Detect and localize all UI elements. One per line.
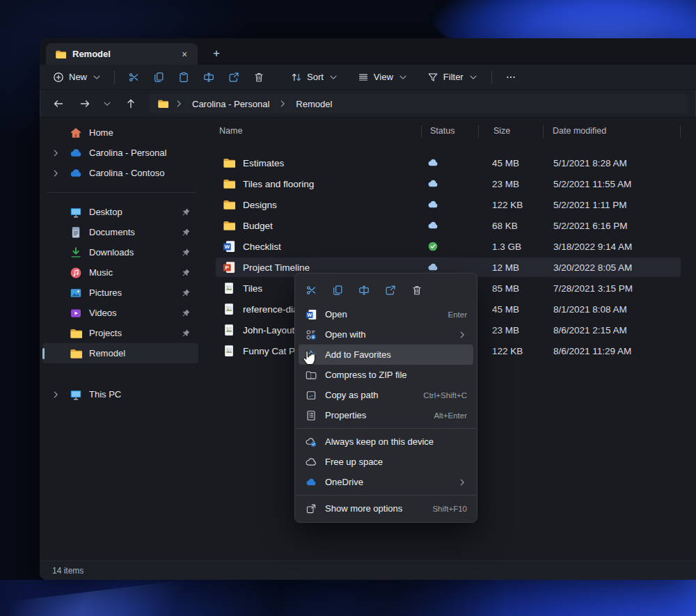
table-row[interactable]: Budget 68 KB 5/2/2021 6:16 PM	[203, 215, 696, 236]
tab-remodel[interactable]: Remodel ×	[46, 43, 198, 65]
back-button[interactable]	[48, 94, 69, 113]
arrow-right-icon	[79, 98, 90, 109]
sidebar-label: Desktop	[89, 207, 181, 217]
pin-icon	[181, 329, 191, 338]
column-divider[interactable]	[421, 125, 422, 138]
column-divider[interactable]	[478, 125, 479, 138]
column-divider[interactable]	[543, 125, 544, 138]
menu-item-free-up-space[interactable]: Free up space	[299, 452, 473, 472]
delete-button[interactable]	[246, 68, 271, 87]
share-button[interactable]	[377, 280, 404, 301]
sidebar-label: Carolina - Contoso	[89, 168, 198, 178]
copy-button[interactable]	[146, 68, 171, 87]
address-bar: Carolina - Personal Remodel	[40, 90, 696, 118]
rename-icon	[358, 285, 370, 296]
sidebar-item-music[interactable]: Music	[42, 262, 198, 283]
chevron-right-icon[interactable]	[51, 168, 61, 178]
table-row[interactable]: Checklist 1.3 GB 3/18/2022 9:14 AM	[203, 236, 696, 257]
filter-label: Filter	[443, 72, 464, 82]
filter-button[interactable]: Filter	[420, 68, 485, 87]
new-button[interactable]: New	[47, 68, 108, 87]
close-tab-icon[interactable]: ×	[177, 47, 192, 62]
sidebar-label: Documents	[89, 227, 181, 237]
sort-button[interactable]: Sort	[284, 68, 345, 87]
menu-item-open-with[interactable]: Open with	[299, 324, 473, 345]
file-size: 45 MB	[492, 299, 519, 319]
rename-button[interactable]	[196, 68, 221, 87]
menu-item-add-to-favorites[interactable]: Add to Favorites	[299, 345, 473, 365]
sidebar-item-this-pc[interactable]: This PC	[42, 384, 198, 404]
file-date: 3/20/2022 8:05 AM	[553, 257, 632, 278]
chevron-right-icon[interactable]	[51, 148, 61, 158]
synced-status-icon	[426, 236, 440, 257]
sidebar-item-onedrive-contoso[interactable]: Carolina - Contoso	[42, 163, 198, 183]
delete-button[interactable]	[404, 280, 430, 301]
sidebar-item-projects[interactable]: Projects	[42, 323, 198, 343]
onedrive-icon	[70, 167, 82, 180]
recent-locations-button[interactable]	[100, 94, 115, 113]
onedrive-icon	[306, 477, 317, 488]
copy-button[interactable]	[324, 280, 351, 301]
menu-item-show-more-options[interactable]: Show more options Shift+F10	[299, 498, 473, 519]
delete-icon	[411, 285, 422, 296]
paste-button[interactable]	[171, 68, 196, 87]
see-more-button[interactable]	[498, 68, 523, 87]
share-button[interactable]	[221, 68, 246, 87]
toolbar-separator	[114, 70, 115, 84]
menu-item-always-keep[interactable]: Always keep on this device	[299, 432, 473, 452]
menu-item-copy-as-path[interactable]: Copy as path Ctrl+Shift+C	[299, 385, 473, 405]
up-button[interactable]	[120, 94, 141, 113]
table-row[interactable]: Tiles and flooring 23 MB 5/2/2021 11:55 …	[203, 173, 696, 194]
column-header-size[interactable]: Size	[493, 126, 510, 136]
file-date: 5/2/2021 6:16 PM	[553, 215, 628, 236]
file-size: 68 KB	[492, 215, 518, 236]
copy-icon	[153, 72, 164, 83]
column-header-name[interactable]: Name	[219, 126, 242, 136]
menu-divider	[296, 428, 476, 429]
column-header-status[interactable]: Status	[430, 126, 454, 136]
menu-item-onedrive[interactable]: OneDrive	[299, 472, 473, 492]
menu-item-open[interactable]: Open Enter	[299, 304, 473, 324]
chevron-right-icon	[174, 99, 184, 109]
rename-button[interactable]	[351, 280, 377, 301]
menu-item-properties[interactable]: Properties Alt+Enter	[299, 405, 473, 425]
image-file-icon	[223, 282, 235, 294]
menu-item-label: Compress to ZIP file	[325, 370, 467, 380]
table-row[interactable]: Designs 122 KB 5/2/2021 1:11 PM	[203, 194, 696, 215]
folder-icon	[223, 198, 235, 211]
column-divider[interactable]	[680, 125, 681, 138]
sidebar-label: Pictures	[89, 287, 181, 298]
sidebar-item-pictures[interactable]: Pictures	[42, 283, 198, 303]
menu-item-compress-zip[interactable]: Compress to ZIP file	[299, 365, 473, 385]
breadcrumb[interactable]: Carolina - Personal Remodel	[150, 94, 688, 113]
forward-button[interactable]	[74, 94, 95, 113]
file-size: 122 KB	[492, 194, 523, 215]
column-header-date[interactable]: Date modified	[553, 126, 606, 136]
sidebar-item-home[interactable]: Home	[42, 123, 198, 143]
sidebar-item-desktop[interactable]: Desktop	[42, 202, 198, 222]
sidebar-item-documents[interactable]: Documents	[42, 222, 198, 242]
sidebar-label: Projects	[89, 328, 181, 338]
table-row[interactable]: Estimates 45 MB 5/1/2021 8:28 AM	[203, 152, 696, 173]
sidebar-item-onedrive-personal[interactable]: Carolina - Personal	[42, 143, 198, 163]
sidebar-item-downloads[interactable]: Downloads	[42, 242, 198, 262]
breadcrumb-root[interactable]: Carolina - Personal	[189, 97, 272, 111]
chevron-right-icon[interactable]	[51, 390, 61, 400]
cloud-status-icon	[426, 194, 440, 215]
menu-shortcut: Shift+F10	[432, 505, 467, 513]
pin-icon	[181, 228, 191, 237]
menu-item-label: Copy as path	[325, 390, 415, 400]
sidebar-item-remodel[interactable]: Remodel	[42, 343, 198, 363]
file-date: 7/28/2021 3:15 PM	[553, 278, 633, 299]
file-date: 3/18/2022 9:14 AM	[553, 236, 632, 257]
cut-button[interactable]	[298, 280, 324, 301]
file-date: 5/2/2021 11:55 AM	[553, 173, 631, 194]
new-tab-button[interactable]: +	[207, 45, 226, 63]
cut-button[interactable]	[121, 68, 146, 87]
sidebar-item-videos[interactable]: Videos	[42, 303, 198, 323]
view-button[interactable]: View	[351, 68, 415, 87]
arrow-up-icon	[125, 98, 136, 109]
menu-item-label: Open with	[325, 329, 449, 340]
breadcrumb-current[interactable]: Remodel	[293, 97, 335, 111]
cloud-outline-icon	[306, 457, 317, 468]
